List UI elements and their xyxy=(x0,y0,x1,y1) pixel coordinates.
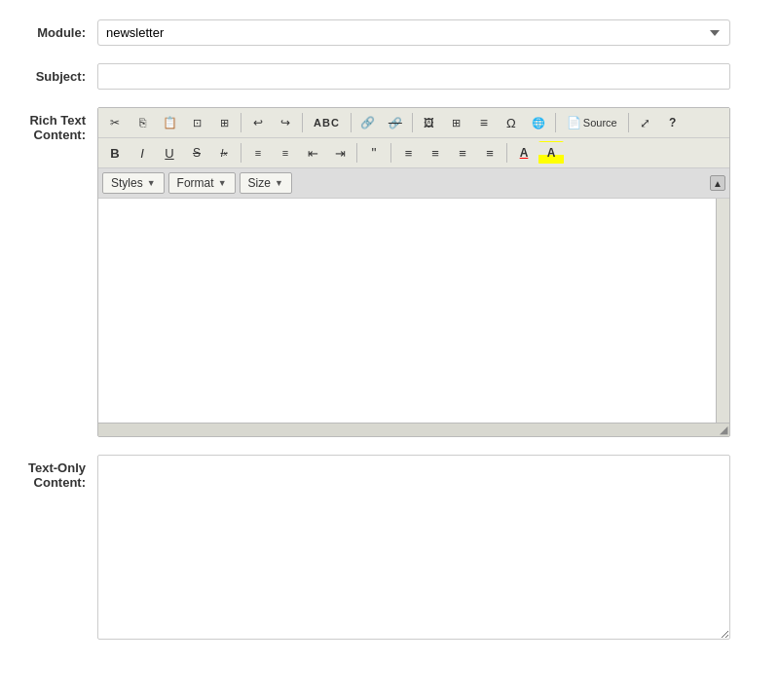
editor-resize-bar[interactable]: ◢ xyxy=(98,423,729,436)
outdent-button[interactable]: ⇤ xyxy=(300,141,325,165)
strikethrough-button[interactable]: S xyxy=(184,141,209,165)
font-color-button[interactable]: A xyxy=(511,141,537,165)
sep7 xyxy=(241,143,241,163)
format-arrow-icon: ▼ xyxy=(218,178,227,188)
toolbar-row2: B I U S Ix ≡ ≡ ⇤ ⇥ " ≡ ≡ ≡ ≡ A A xyxy=(98,138,729,168)
special-char-button[interactable]: Ω xyxy=(499,111,524,134)
paste-text-button[interactable]: ⊡ xyxy=(184,111,209,134)
horizontal-rule-button[interactable]: ≡ xyxy=(471,111,497,134)
text-only-label: Text-Only Content: xyxy=(10,455,97,490)
bold-button[interactable]: B xyxy=(102,141,128,165)
align-left-button[interactable]: ≡ xyxy=(395,141,421,165)
sep9 xyxy=(390,143,391,163)
module-label: Module: xyxy=(10,19,97,40)
text-only-textarea[interactable] xyxy=(97,455,730,640)
size-dropdown[interactable]: Size ▼ xyxy=(240,172,292,194)
remove-format-button[interactable]: Ix xyxy=(211,141,237,165)
format-dropdown[interactable]: Format ▼ xyxy=(168,172,236,194)
sep3 xyxy=(351,113,352,132)
align-right-button[interactable]: ≡ xyxy=(450,141,475,165)
cut-button[interactable]: ✂ xyxy=(102,111,128,134)
toolbar-row1: ✂ ⎘ 📋 ⊡ ⊞ ↩ ↪ ABC 🔗 🔗 🖼 ⊞ ≡ Ω 🌐 xyxy=(98,108,729,138)
styles-dropdown[interactable]: Styles ▼ xyxy=(102,172,165,194)
styles-label: Styles xyxy=(111,176,143,190)
link-button[interactable]: 🔗 xyxy=(355,111,381,134)
sep1 xyxy=(241,113,241,132)
editor-content-wrapper xyxy=(98,199,729,423)
bg-color-button[interactable]: A xyxy=(538,141,564,165)
align-justify-button[interactable]: ≡ xyxy=(477,141,502,165)
indent-button[interactable]: ⇥ xyxy=(327,141,352,165)
image-button[interactable]: 🖼 xyxy=(417,111,442,134)
source-button[interactable]: 📄 Source xyxy=(560,111,624,134)
toolbar-row3: Styles ▼ Format ▼ Size ▼ ▲ xyxy=(98,168,729,199)
sep8 xyxy=(356,143,357,163)
rich-text-editor-wrap: ✂ ⎘ 📋 ⊡ ⊞ ↩ ↪ ABC 🔗 🔗 🖼 ⊞ ≡ Ω 🌐 xyxy=(97,107,730,437)
format-label: Format xyxy=(177,176,214,190)
resize-icon: ◢ xyxy=(720,424,727,436)
paste-word-button[interactable]: ⊞ xyxy=(211,111,237,134)
spellcheck-button[interactable]: ABC xyxy=(307,111,347,134)
underline-button[interactable]: U xyxy=(157,141,182,165)
subject-label: Subject: xyxy=(10,63,97,84)
source-label: Source xyxy=(583,117,617,129)
blockquote-button[interactable]: " xyxy=(361,141,387,165)
module-select[interactable]: newsletter email digest xyxy=(97,19,730,46)
unlink-button[interactable]: 🔗 xyxy=(383,111,408,134)
undo-button[interactable]: ↩ xyxy=(245,111,271,134)
table-button[interactable]: ⊞ xyxy=(444,111,469,134)
sep10 xyxy=(506,143,507,163)
help-button[interactable]: ? xyxy=(660,111,686,134)
editor-scrollbar xyxy=(716,199,729,423)
unordered-list-button[interactable]: ≡ xyxy=(273,141,298,165)
iframe-button[interactable]: 🌐 xyxy=(526,111,551,134)
size-label: Size xyxy=(248,176,271,190)
editor-scrollbar-up-button[interactable]: ▲ xyxy=(710,175,725,191)
align-center-button[interactable]: ≡ xyxy=(423,141,448,165)
size-arrow-icon: ▼ xyxy=(275,178,283,188)
sep6 xyxy=(628,113,629,132)
rich-text-label: Rich Text Content: xyxy=(10,107,97,142)
source-icon: 📄 xyxy=(567,116,581,129)
editor-content-area[interactable] xyxy=(98,199,716,423)
subject-input[interactable] xyxy=(97,63,730,90)
fullscreen-button[interactable]: ⤢ xyxy=(633,111,658,134)
paste-button[interactable]: 📋 xyxy=(157,111,182,134)
module-field-wrap: newsletter email digest xyxy=(97,19,730,46)
subject-field-wrap xyxy=(97,63,730,90)
copy-button[interactable]: ⎘ xyxy=(130,111,155,134)
ordered-list-button[interactable]: ≡ xyxy=(245,141,271,165)
sep5 xyxy=(555,113,556,132)
sep4 xyxy=(412,113,413,132)
sep2 xyxy=(302,113,303,132)
rich-text-editor: ✂ ⎘ 📋 ⊡ ⊞ ↩ ↪ ABC 🔗 🔗 🖼 ⊞ ≡ Ω 🌐 xyxy=(97,107,730,437)
styles-arrow-icon: ▼ xyxy=(147,178,156,188)
text-only-field-wrap xyxy=(97,455,730,643)
redo-button[interactable]: ↪ xyxy=(273,111,298,134)
italic-button[interactable]: I xyxy=(130,141,155,165)
